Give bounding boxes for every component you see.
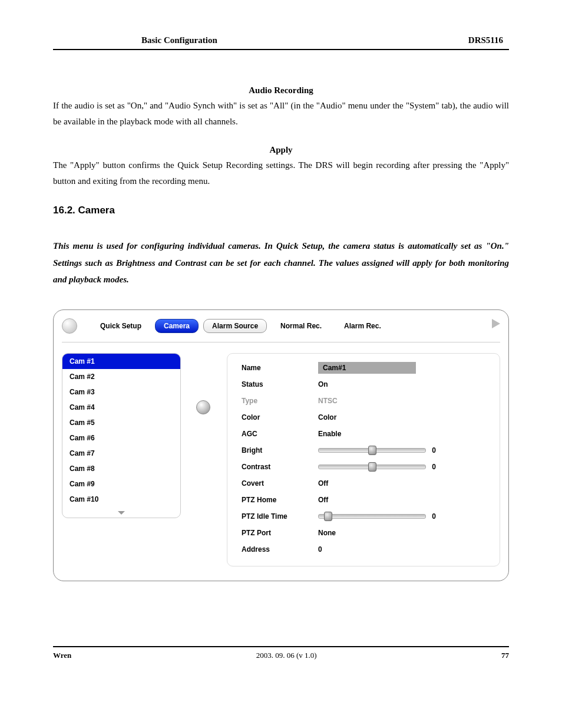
prop-label-name: Name (242, 364, 318, 372)
page-footer: Wren 2003. 09. 06 (v 1.0) 77 (53, 646, 509, 660)
prop-label-ptz-port: PTZ Port (242, 529, 318, 537)
tab-alarm-source[interactable]: Alarm Source (203, 319, 267, 333)
camera-list-scroll-down[interactable] (62, 507, 180, 518)
camera-intro: This menu is used for configuring indivi… (53, 238, 509, 288)
prop-label-status: Status (242, 380, 318, 388)
tab-alarm-rec[interactable]: Alarm Rec. (335, 319, 390, 333)
contrast-value: 0 (432, 463, 436, 471)
prop-label-agc: AGC (242, 430, 318, 438)
camera-list-item[interactable]: Cam #10 (62, 492, 180, 507)
footer-page-number: 77 (501, 651, 509, 660)
prop-label-type: Type (242, 397, 318, 405)
slider-thumb-icon[interactable] (368, 462, 376, 472)
ptz-port-value[interactable]: None (318, 529, 336, 537)
bright-value: 0 (432, 446, 436, 454)
tab-normal-rec[interactable]: Normal Rec. (272, 319, 330, 333)
prop-label-ptz-idle-time: PTZ Idle Time (242, 512, 318, 521)
camera-list-item[interactable]: Cam #9 (62, 476, 180, 492)
camera-list-item[interactable]: Cam #3 (62, 384, 180, 400)
status-value[interactable]: On (318, 380, 328, 388)
footer-date-version: 2003. 09. 06 (v 1.0) (256, 651, 317, 660)
panel-divider (196, 353, 211, 414)
prop-label-ptz-home: PTZ Home (242, 496, 318, 504)
ptz-idle-value: 0 (432, 512, 436, 521)
prop-label-address: Address (242, 545, 318, 554)
collapse-knob-icon[interactable] (196, 400, 210, 414)
paragraph-audio-recording: If the audio is set as "On," and "Audio … (53, 98, 509, 130)
address-value[interactable]: 0 (318, 545, 322, 554)
ptz-home-value[interactable]: Off (318, 496, 328, 504)
camera-list-item[interactable]: Cam #7 (62, 446, 180, 461)
page-header: Basic Configuration DRS5116 (53, 35, 509, 50)
tab-quick-setup[interactable]: Quick Setup (91, 319, 150, 333)
camera-list-item[interactable]: Cam #5 (62, 415, 180, 430)
heading-audio-recording: Audio Recording (53, 85, 509, 95)
heading-apply: Apply (53, 145, 509, 155)
agc-value[interactable]: Enable (318, 430, 341, 438)
type-value: NTSC (318, 397, 338, 405)
camera-list-item[interactable]: Cam #4 (62, 400, 180, 415)
contrast-slider[interactable]: 0 (318, 463, 436, 471)
prop-label-color: Color (242, 413, 318, 421)
camera-properties-panel: Name Cam#1 Status On Type NTSC Color Col… (227, 353, 500, 566)
paragraph-apply: The "Apply" button confirms the Quick Se… (53, 157, 509, 189)
bright-slider[interactable]: 0 (318, 446, 436, 454)
covert-value[interactable]: Off (318, 479, 328, 487)
nav-prev-icon[interactable] (62, 318, 77, 334)
slider-thumb-icon[interactable] (368, 446, 376, 455)
camera-list-item[interactable]: Cam #2 (62, 369, 180, 384)
name-field[interactable]: Cam#1 (318, 362, 416, 374)
camera-list: Cam #1 Cam #2 Cam #3 Cam #4 Cam #5 Cam #… (62, 353, 181, 518)
header-right: DRS5116 (468, 35, 503, 45)
prop-label-covert: Covert (242, 479, 318, 487)
section-number-title: 16.2. Camera (53, 205, 509, 216)
color-value[interactable]: Color (318, 413, 336, 421)
footer-brand: Wren (53, 651, 71, 660)
camera-settings-figure: Quick Setup Camera Alarm Source Normal R… (53, 309, 509, 581)
tab-camera[interactable]: Camera (155, 319, 199, 333)
header-left: Basic Configuration (141, 35, 217, 45)
chevron-down-icon (118, 511, 125, 515)
slider-thumb-icon[interactable] (324, 512, 332, 521)
camera-list-item[interactable]: Cam #6 (62, 430, 180, 446)
prop-label-bright: Bright (242, 446, 318, 454)
ptz-idle-slider[interactable]: 0 (318, 512, 436, 521)
camera-list-item[interactable]: Cam #1 (62, 354, 180, 369)
camera-list-item[interactable]: Cam #8 (62, 461, 180, 476)
tabstrip: Quick Setup Camera Alarm Source Normal R… (62, 318, 500, 342)
prop-label-contrast: Contrast (242, 463, 318, 471)
nav-next-icon[interactable] (486, 319, 500, 333)
